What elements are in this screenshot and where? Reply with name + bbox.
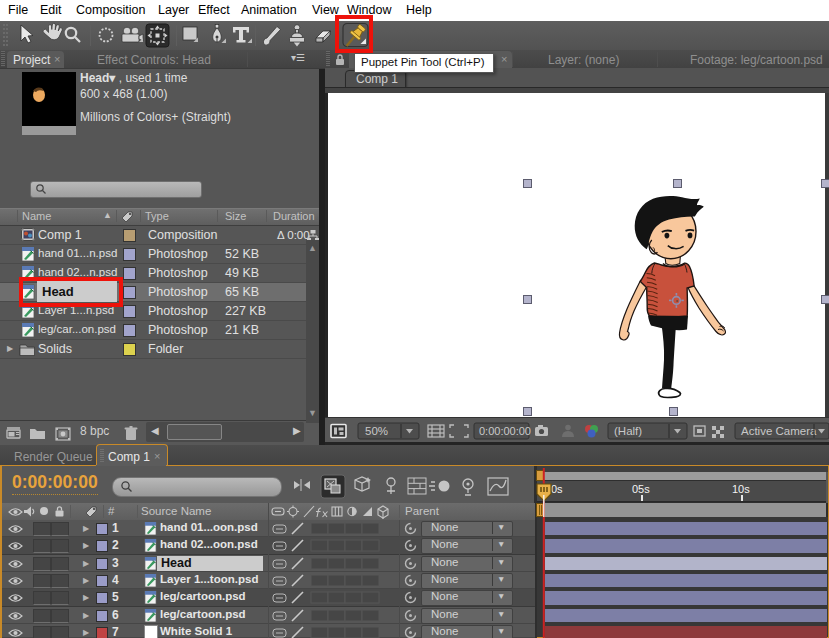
svg-text:(Half): (Half)	[614, 425, 642, 437]
svg-text:0:00:00:00: 0:00:00:00	[479, 425, 531, 437]
svg-text:50%: 50%	[365, 425, 388, 437]
svg-text:Active Camera: Active Camera	[741, 425, 817, 437]
